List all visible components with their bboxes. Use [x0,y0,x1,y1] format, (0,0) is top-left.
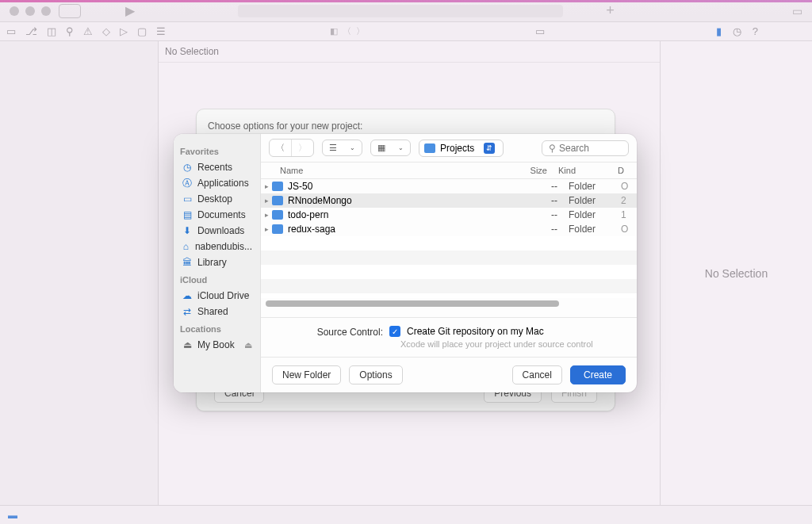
file-size: -- [510,224,557,235]
sidebar-item-label: Library [197,257,227,268]
folder-icon [272,224,283,234]
folder-nav-icon[interactable]: ▭ [6,25,16,37]
traffic-lights[interactable] [10,6,51,16]
nav-forward-button: 〉 [292,140,313,156]
file-name: redux-saga [288,224,510,235]
file-kind: Folder [557,224,621,235]
sidebar-item-downloads[interactable]: ⬇Downloads [180,223,254,239]
view-mode-grid[interactable]: ▦ ⌄ [370,140,411,156]
file-list-header[interactable]: Name Size Kind D [261,163,637,179]
editor-back-icon[interactable]: 〈 [343,25,351,37]
disclosure-icon[interactable]: ▸ [261,211,272,219]
file-size: -- [510,195,557,206]
history-inspector-icon[interactable]: ◷ [733,25,741,37]
list-view-icon: ☰ [323,140,343,155]
column-kind[interactable]: Kind [558,166,618,175]
git-checkbox-label[interactable]: Create Git repository on my Mac [407,326,544,337]
column-size[interactable]: Size [503,166,558,175]
add-tab-button[interactable]: + [606,2,615,19]
search-icon: ⚲ [549,143,556,154]
sidebar-toggle-icon[interactable] [59,4,81,18]
dialog-options-area: Source Control: ✓ Create Git repository … [261,317,637,357]
file-name: todo-pern [288,209,510,220]
sidebar-item-icloud-drive[interactable]: ☁iCloud Drive [180,288,254,304]
library-icon[interactable]: ▭ [792,5,802,17]
create-button[interactable]: Create [570,365,626,384]
sidebar-group-favorites: Favorites [180,147,254,156]
table-row[interactable]: ▸RNnodeMongo--Folder2 [261,193,637,208]
panel-toggle-icon[interactable]: ◧ [330,26,338,36]
file-inspector-icon[interactable]: ▮ [716,25,722,37]
file-size: -- [510,209,557,220]
clock-icon: ◷ [182,162,193,173]
column-date[interactable]: D [618,166,627,175]
source-control-label: Source Control: [272,326,383,338]
table-row[interactable]: ▸redux-saga--FolderO [261,222,637,236]
sidebar-item-nabendubis-[interactable]: ⌂nabendubis... [180,239,254,254]
location-popup-button[interactable]: Projects ⇵ [419,140,504,157]
view-mode-list[interactable]: ☰ ⌄ [322,140,362,156]
save-dialog: Favorites ◷RecentsⒶApplications▭Desktop▤… [174,134,637,392]
scheme-title-area[interactable] [238,5,563,17]
run-button[interactable]: ▶ [125,3,135,18]
new-folder-button[interactable]: New Folder [272,365,341,384]
scrollbar-thumb[interactable] [266,300,559,307]
find-nav-icon[interactable]: ⚲ [66,25,74,37]
file-kind: Folder [557,209,621,220]
disclosure-icon[interactable]: ▸ [261,197,272,205]
doc-icon: ▤ [182,209,193,220]
git-checkbox[interactable]: ✓ [389,326,400,337]
test-nav-icon[interactable]: ◇ [102,25,110,37]
empty-rows [261,236,637,298]
file-kind: Folder [557,181,621,192]
editor-forward-icon[interactable]: 〉 [356,25,365,37]
close-icon[interactable] [10,6,19,16]
folder-icon [424,143,435,153]
table-row[interactable]: ▸todo-pern--Folder1 [261,208,637,222]
search-input[interactable] [559,143,622,154]
cancel-button[interactable]: Cancel [512,365,562,384]
window-titlebar: ▶ + ▭ [0,0,812,22]
options-button[interactable]: Options [349,365,402,384]
filter-icon[interactable]: ▬ [8,510,17,521]
sidebar-item-label: iCloud Drive [197,290,249,301]
inspector-no-selection: No Selection [705,267,768,280]
folder-icon [272,210,283,220]
eject-icon[interactable]: ⏏ [244,340,252,350]
zoom-icon[interactable] [41,6,51,16]
breakpoint-nav-icon[interactable]: ▢ [137,25,147,37]
disclosure-icon[interactable]: ▸ [261,225,272,233]
sidebar-item-desktop[interactable]: ▭Desktop [180,191,254,207]
editor-options-icon[interactable]: ▭ [535,25,545,37]
search-field[interactable]: ⚲ [542,140,629,156]
chevron-down-icon: ⌄ [392,140,410,155]
minimize-icon[interactable] [25,6,35,16]
file-date: 2 [621,195,630,206]
shared-icon: ⇄ [182,306,193,317]
issue-nav-icon[interactable]: ⚠ [83,25,93,37]
horizontal-scrollbar[interactable] [261,298,637,309]
sidebar-item-shared[interactable]: ⇄Shared [180,304,254,319]
sidebar-item-label: nabendubis... [195,241,252,252]
sidebar-item-documents[interactable]: ▤Documents [180,207,254,223]
nav-back-button[interactable]: 〈 [270,140,291,156]
table-row[interactable]: ▸JS-50--FolderO [261,179,637,193]
sidebar-item-library[interactable]: 🏛Library [180,254,254,270]
symbol-nav-icon[interactable]: ◫ [47,25,56,37]
navigator-toolbar: ▭ ⎇ ◫ ⚲ ⚠ ◇ ▷ ▢ ☰ ◧ 〈 〉 ▭ ▮ ◷ ? [0,22,812,41]
report-nav-icon[interactable]: ☰ [156,25,166,37]
debug-nav-icon[interactable]: ▷ [120,25,128,37]
lib-icon: 🏛 [182,257,193,268]
source-control-nav-icon[interactable]: ⎇ [25,25,37,37]
sidebar-item-label: Recents [197,162,232,173]
grid-view-icon: ▦ [371,140,392,155]
column-name[interactable]: Name [261,166,503,175]
folder-icon [272,196,283,205]
sidebar-item-recents[interactable]: ◷Recents [180,159,254,175]
sidebar-item-label: Applications [197,178,249,189]
help-inspector-icon[interactable]: ? [753,25,758,37]
sidebar-item-applications[interactable]: ⒶApplications [180,175,254,191]
nav-back-forward: 〈 〉 [269,139,314,157]
sidebar-item-my-book[interactable]: ⏏My Book⏏ [180,337,254,353]
disclosure-icon[interactable]: ▸ [261,182,272,190]
